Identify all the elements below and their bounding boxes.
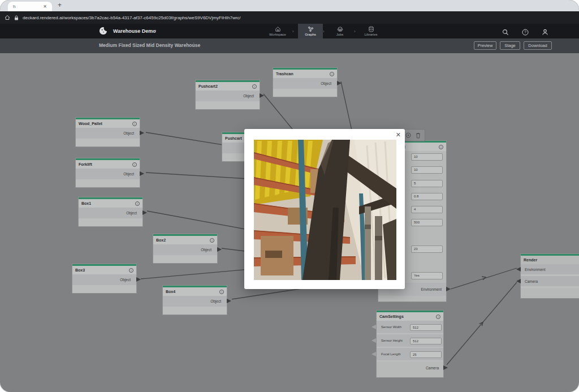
input-port-icon[interactable] <box>516 279 521 283</box>
node-wood-pallet[interactable]: Wood_Palleti Object <box>75 117 140 147</box>
input-port-label: Environment <box>525 268 546 272</box>
url-bar[interactable]: deckard.rendered.ai/workspaces/3b7a2cac-… <box>0 11 579 24</box>
output-port-icon[interactable] <box>443 365 448 370</box>
browser-window: h ✕ + deckard.rendered.ai/workspaces/3b7… <box>0 0 579 392</box>
home-icon[interactable] <box>5 15 10 20</box>
input-port-icon[interactable] <box>371 338 376 343</box>
output-port-icon[interactable] <box>227 299 231 303</box>
env-value-input[interactable]: 5 <box>411 180 443 187</box>
output-port-icon[interactable] <box>217 247 222 252</box>
env-value-input[interactable]: 23 <box>411 245 443 253</box>
field-label: Focal Length <box>381 352 401 356</box>
breadcrumb-chevron-icon: › <box>292 29 294 34</box>
search-icon[interactable] <box>502 28 509 38</box>
node-box2[interactable]: Box2i Object <box>153 234 218 264</box>
nav-item-label: Libraries <box>364 33 377 36</box>
sensor-width-input[interactable]: 512 <box>410 324 442 331</box>
sensor-height-input[interactable]: 512 <box>410 338 442 344</box>
tab-title: h <box>13 4 15 9</box>
output-port-icon[interactable] <box>260 93 264 98</box>
node-box1[interactable]: Box1i Object <box>78 197 143 227</box>
info-icon[interactable]: i <box>132 162 137 167</box>
nav-item-graphs[interactable]: Graphs <box>298 24 323 38</box>
node-title: Forklift <box>79 162 92 166</box>
input-port-icon[interactable] <box>371 352 376 356</box>
breadcrumb-chevron-icon: › <box>323 29 325 34</box>
info-icon[interactable]: i <box>219 290 224 294</box>
input-port-icon[interactable] <box>371 325 376 329</box>
edge-direction-marker <box>482 275 486 279</box>
node-box3[interactable]: Box3i Object <box>72 264 137 294</box>
output-port-icon[interactable] <box>136 277 141 282</box>
nav-item-label: Graphs <box>305 33 316 36</box>
stage-button[interactable]: Stage <box>500 41 520 50</box>
output-port-icon[interactable] <box>140 171 144 176</box>
graphs-icon <box>308 26 314 32</box>
output-port-label: Camera <box>426 366 439 370</box>
node-pushcart2[interactable]: Pushcart2i Object <box>195 80 260 110</box>
info-icon[interactable]: i <box>132 122 137 126</box>
node-title: Box2 <box>156 238 166 242</box>
env-value-input[interactable]: Yes <box>411 272 443 279</box>
browser-tab[interactable]: h ✕ <box>8 2 52 11</box>
node-box4[interactable]: Box4i Object <box>162 285 227 315</box>
output-port-icon[interactable] <box>142 210 147 215</box>
edge-direction-marker <box>479 321 484 326</box>
nav-item-workspace[interactable]: Workspace <box>265 24 290 38</box>
renderedai-logo-icon[interactable] <box>99 27 107 37</box>
node-camsettings[interactable]: CamSettingsi Sensor Width512 Sensor Heig… <box>376 310 444 378</box>
info-icon[interactable]: i <box>439 145 443 149</box>
url-text[interactable]: deckard.rendered.ai/workspaces/3b7a2cac-… <box>23 15 241 20</box>
env-value-input[interactable]: 500 <box>411 219 443 226</box>
env-value-input[interactable]: 10 <box>411 166 443 174</box>
focal-length-input[interactable]: 25 <box>410 351 442 358</box>
env-value-input[interactable]: 10 <box>411 153 443 161</box>
info-icon[interactable]: i <box>135 201 140 206</box>
node-title: Box3 <box>75 268 85 272</box>
new-tab-button[interactable]: + <box>58 1 62 9</box>
node-render[interactable]: Render Environment Camera <box>520 253 579 299</box>
field-label: Sensor Width <box>381 325 401 329</box>
rendered-preview-image <box>254 140 396 280</box>
user-profile-icon[interactable] <box>542 28 548 38</box>
help-icon[interactable]: ? <box>522 28 529 38</box>
output-port-label: Object <box>201 248 211 252</box>
preview-render-icon[interactable] <box>405 132 411 138</box>
nav-item-label: Jobs <box>336 33 344 36</box>
kebab-menu-icon[interactable]: ⋮ <box>191 42 196 48</box>
output-port-icon[interactable] <box>140 131 144 135</box>
delete-trash-icon[interactable] <box>416 132 421 139</box>
nav-item-libraries[interactable]: Libraries <box>358 24 383 38</box>
node-title: Trashcan <box>276 72 293 76</box>
node-trashcan[interactable]: Trashcani Object <box>273 67 338 97</box>
node-forklift[interactable]: Forklifti Object <box>75 158 140 188</box>
node-title: Box4 <box>166 290 175 294</box>
preview-button[interactable]: Preview <box>474 41 496 50</box>
tab-close-icon[interactable]: ✕ <box>43 4 47 9</box>
info-icon[interactable]: i <box>436 315 440 319</box>
input-port-icon[interactable] <box>516 267 521 272</box>
output-port-label: Object <box>126 211 137 215</box>
output-port-label: Object <box>210 299 221 303</box>
env-value-input[interactable]: 4 <box>411 206 443 213</box>
env-value-input[interactable]: 0.8 <box>411 193 443 200</box>
input-port-label: Camera <box>525 279 538 283</box>
info-icon[interactable]: i <box>252 84 257 89</box>
output-port-icon[interactable] <box>337 81 342 85</box>
nav-item-label: Workspace <box>269 33 286 36</box>
info-icon[interactable]: i <box>210 238 214 243</box>
close-icon[interactable]: ✕ <box>396 132 401 138</box>
nav-item-jobs[interactable]: Jobs <box>327 24 352 38</box>
output-port-label: Object <box>243 94 254 98</box>
workspace-name[interactable]: Warehouse Demo <box>113 28 156 34</box>
output-port-icon[interactable] <box>446 287 451 291</box>
download-button[interactable]: Download <box>524 41 552 50</box>
graph-title: Medium Fixed Sized Mid Density Warehouse <box>99 42 200 48</box>
info-icon[interactable]: i <box>129 268 133 273</box>
node-title: Box1 <box>81 201 91 205</box>
chevron-down-icon[interactable]: ▾ <box>154 28 156 33</box>
output-port-label: Object <box>123 131 134 135</box>
info-icon[interactable]: i <box>330 72 334 76</box>
jobs-icon <box>337 26 343 32</box>
node-title: Render <box>524 258 537 262</box>
